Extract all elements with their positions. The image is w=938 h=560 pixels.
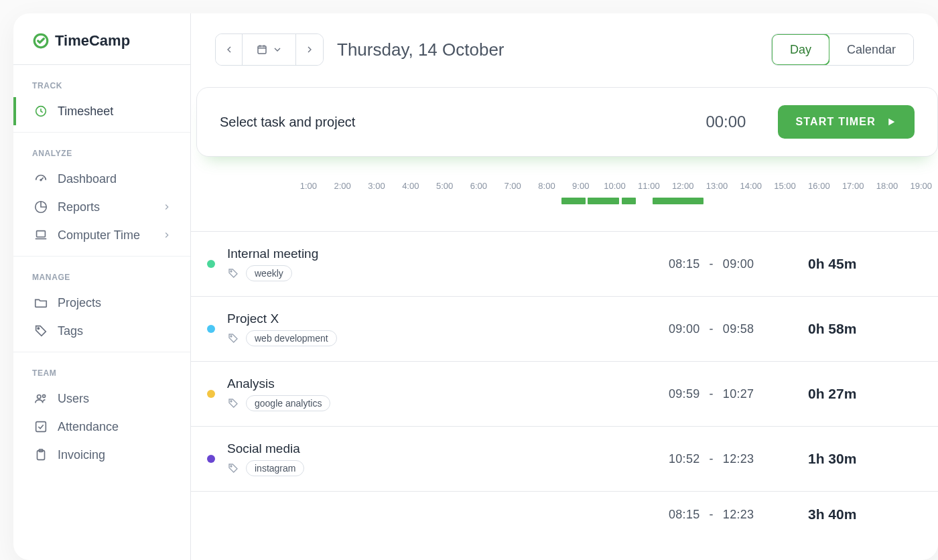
chevron-down-icon (272, 44, 283, 55)
start-timer-label: START TIMER (795, 116, 876, 128)
prev-day-button[interactable] (216, 34, 243, 65)
totals-start: 08:15 (669, 508, 700, 522)
entry-start: 09:00 (669, 322, 700, 336)
users-icon (34, 391, 48, 406)
hour-tick: 11:00 (632, 181, 666, 191)
hour-tick: 10:00 (598, 181, 632, 191)
hour-tick: 12:00 (666, 181, 700, 191)
entry-title: Analysis (227, 376, 657, 391)
svg-point-6 (38, 395, 42, 399)
check-square-icon (34, 419, 48, 434)
date-nav-group (215, 33, 324, 66)
sidebar-item-projects[interactable]: Projects (13, 289, 190, 317)
entry-duration: 0h 58m (808, 321, 922, 337)
hour-tick: 15:00 (768, 181, 802, 191)
entry-title: Social media (227, 441, 657, 456)
hour-tick: 3:00 (360, 181, 394, 191)
entry-row[interactable]: Internal meeting weekly 08:15 - 09:00 0h… (191, 232, 938, 297)
svg-point-5 (38, 328, 39, 329)
svg-rect-11 (258, 46, 266, 54)
hour-tick: 4:00 (393, 181, 427, 191)
sidebar-item-label: Dashboard (58, 172, 117, 186)
entry-color-dot (207, 325, 215, 333)
current-date: Thursday, 14 October (337, 40, 505, 60)
tag-icon (227, 267, 239, 279)
tag-icon (227, 397, 239, 409)
chevron-right-icon (162, 230, 172, 240)
laptop-icon (34, 228, 48, 242)
sidebar-item-label: Users (58, 392, 89, 406)
sidebar-item-label: Timesheet (58, 104, 113, 119)
topbar: Thursday, 14 October Day Calendar (191, 13, 938, 78)
hour-tick: 9:00 (563, 181, 598, 191)
svg-rect-8 (36, 422, 46, 432)
task-select-input[interactable]: Select task and project (220, 115, 355, 130)
entry-title: Internal meeting (227, 247, 657, 261)
timeline-bar (561, 198, 586, 204)
entry-end: 09:00 (723, 257, 754, 271)
sidebar-item-label: Invoicing (58, 448, 105, 462)
sidebar-item-tags[interactable]: Tags (13, 317, 190, 345)
play-icon (885, 116, 897, 128)
logo-mark-icon (32, 32, 50, 50)
entry-duration: 0h 45m (808, 256, 922, 272)
folder-icon (34, 295, 48, 310)
brand-name: TimeCamp (55, 32, 130, 50)
sidebar-item-label: Computer Time (58, 228, 140, 242)
entry-end: 10:27 (723, 387, 754, 401)
sidebar-item-reports[interactable]: Reports (13, 193, 190, 221)
sidebar-item-timesheet[interactable]: Timesheet (13, 97, 190, 125)
view-calendar-button[interactable]: Calendar (829, 34, 913, 65)
hour-tick: 6:00 (462, 181, 496, 191)
chevron-left-icon (224, 44, 234, 55)
entry-tag[interactable]: weekly (246, 265, 292, 281)
hour-tick: 18:00 (870, 181, 904, 191)
svg-point-14 (230, 401, 232, 402)
entry-duration: 1h 30m (808, 451, 922, 467)
calendar-icon (256, 44, 268, 56)
clock-icon (34, 104, 48, 119)
svg-point-13 (230, 336, 232, 337)
sidebar-item-dashboard[interactable]: Dashboard (13, 165, 190, 193)
totals-end: 12:23 (723, 508, 754, 522)
entry-end: 09:58 (723, 322, 754, 336)
tag-icon (227, 332, 239, 344)
tag-icon (227, 462, 239, 474)
sidebar-item-label: Attendance (58, 420, 119, 434)
sidebar-item-computer-time[interactable]: Computer Time (13, 221, 190, 249)
view-day-button[interactable]: Day (771, 33, 830, 66)
entry-start: 10:52 (669, 452, 700, 466)
sidebar-item-attendance[interactable]: Attendance (13, 413, 190, 441)
date-picker-button[interactable] (243, 34, 296, 65)
hour-tick: 2:00 (326, 181, 360, 191)
entry-start: 09:59 (669, 387, 700, 401)
sidebar-item-invoicing[interactable]: Invoicing (13, 441, 190, 469)
timer-elapsed: 00:00 (706, 113, 778, 131)
entry-row[interactable]: Project X web development 09:00 - 09:58 … (191, 297, 938, 362)
hour-tick: 14:00 (734, 181, 768, 191)
start-timer-button[interactable]: START TIMER (778, 105, 915, 139)
svg-point-15 (230, 466, 232, 467)
hour-tick: 16:00 (802, 181, 836, 191)
section-label-track: TRACK (13, 65, 190, 97)
entry-row[interactable]: Social media instagram 10:52 - 12:23 1h … (191, 427, 938, 492)
entry-tag[interactable]: google analytics (246, 395, 330, 411)
entry-tag[interactable]: instagram (246, 460, 304, 476)
section-label-team: TEAM (13, 352, 190, 384)
sidebar: TimeCamp TRACK Timesheet ANALYZE Dashboa… (13, 13, 191, 560)
timeline-bar (588, 198, 619, 204)
entry-tag[interactable]: web development (246, 330, 337, 346)
hour-tick: 7:00 (496, 181, 530, 191)
next-day-button[interactable] (296, 34, 323, 65)
hour-tick: 17:00 (836, 181, 870, 191)
hour-tick: 8:00 (530, 181, 564, 191)
timeline-ruler: 1:002:003:004:005:006:007:008:009:0010:0… (191, 181, 938, 210)
brand-logo[interactable]: TimeCamp (13, 25, 190, 65)
sidebar-item-users[interactable]: Users (13, 384, 190, 413)
entry-color-dot (207, 455, 215, 463)
tag-icon (34, 324, 48, 338)
entry-row[interactable]: Analysis google analytics 09:59 - 10:27 … (191, 362, 938, 427)
entry-start: 08:15 (669, 257, 700, 271)
entry-title: Project X (227, 311, 657, 326)
svg-point-7 (43, 395, 46, 397)
